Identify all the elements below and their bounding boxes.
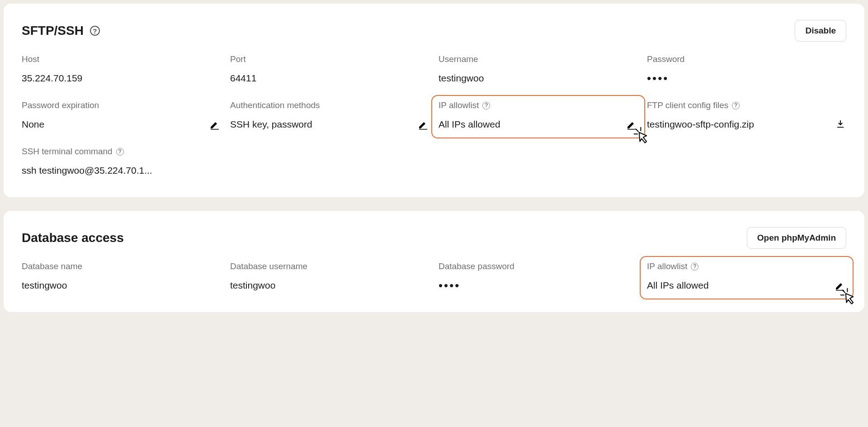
db-password-value: •••• (439, 280, 638, 291)
ssh-command-label-row: SSH terminal command ? (22, 147, 221, 157)
db-password-field: Database password •••• (439, 261, 638, 292)
help-icon[interactable]: ? (116, 148, 124, 156)
host-label: Host (22, 54, 221, 64)
db-header: Database access Open phpMyAdmin (22, 227, 846, 249)
sftp-header: SFTP/SSH ? Disable (22, 20, 846, 42)
port-field: Port 64411 (230, 54, 429, 85)
password-label: Password (647, 54, 846, 64)
open-phpmyadmin-button[interactable]: Open phpMyAdmin (747, 227, 846, 249)
db-name-field: Database name testingwoo (22, 261, 221, 292)
auth-methods-label: Authentication methods (230, 100, 429, 110)
auth-methods-value: SSH key, password (230, 119, 412, 130)
ftp-config-label-row: FTP client config files ? (647, 100, 846, 110)
pw-expiration-label: Password expiration (22, 100, 221, 110)
ssh-command-value: ssh testingwoo@35.224.70.1... (22, 165, 221, 176)
pencil-icon (626, 119, 637, 130)
host-value: 35.224.70.159 (22, 73, 221, 84)
db-name-label: Database name (22, 261, 221, 271)
sftp-grid: Host 35.224.70.159 Port 64411 Username t… (22, 54, 846, 177)
edit-sftp-ip-button[interactable] (625, 118, 638, 131)
db-username-label: Database username (230, 261, 429, 271)
username-value: testingwoo (439, 73, 638, 84)
db-ip-label: IP allowlist (647, 261, 687, 271)
port-label: Port (230, 54, 429, 64)
ssh-command-label: SSH terminal command (22, 147, 113, 157)
username-label: Username (439, 54, 638, 64)
help-icon[interactable]: ? (691, 263, 698, 270)
sftp-ip-allowlist-field: IP allowlist ? All IPs allowed (439, 100, 638, 131)
password-field: Password •••• (647, 54, 846, 85)
db-ip-label-row: IP allowlist ? (647, 261, 846, 271)
download-icon (835, 119, 845, 129)
host-field: Host 35.224.70.159 (22, 54, 221, 85)
download-ftp-config-button[interactable] (835, 119, 846, 130)
ftp-config-value: testingwoo-sftp-config.zip (647, 119, 830, 130)
pencil-icon (835, 280, 845, 291)
db-username-value: testingwoo (230, 280, 429, 291)
auth-methods-field: Authentication methods SSH key, password (230, 100, 429, 131)
edit-pw-expiration-button[interactable] (208, 118, 221, 131)
sftp-ip-label: IP allowlist (439, 100, 479, 110)
db-grid: Database name testingwoo Database userna… (22, 261, 846, 292)
ftp-config-label: FTP client config files (647, 100, 728, 110)
db-username-field: Database username testingwoo (230, 261, 429, 292)
edit-auth-methods-button[interactable] (417, 118, 429, 131)
pw-expiration-field: Password expiration None (22, 100, 221, 131)
db-title: Database access (22, 231, 124, 245)
edit-db-ip-button[interactable] (834, 279, 846, 292)
sftp-ip-value: All IPs allowed (439, 119, 621, 130)
db-ip-value: All IPs allowed (647, 280, 829, 291)
pencil-icon (418, 119, 429, 130)
help-icon[interactable]: ? (732, 102, 740, 109)
pw-expiration-value: None (22, 119, 204, 130)
db-password-label: Database password (439, 261, 638, 271)
sftp-title: SFTP/SSH (22, 24, 84, 38)
sftp-ip-highlight: IP allowlist ? All IPs allowed (431, 95, 645, 138)
sftp-ip-label-row: IP allowlist ? (439, 100, 638, 110)
username-field: Username testingwoo (439, 54, 638, 85)
db-ip-allowlist-field: IP allowlist ? All IPs allowed (647, 261, 846, 292)
db-name-value: testingwoo (22, 280, 221, 291)
sftp-title-row: SFTP/SSH ? (22, 24, 100, 38)
sftp-ssh-card: SFTP/SSH ? Disable Host 35.224.70.159 Po… (4, 4, 864, 197)
pencil-icon (209, 119, 220, 130)
help-icon[interactable]: ? (90, 26, 100, 36)
password-value: •••• (647, 72, 846, 84)
db-ip-highlight: IP allowlist ? All IPs allowed (640, 256, 854, 299)
help-icon[interactable]: ? (482, 102, 490, 109)
database-access-card: Database access Open phpMyAdmin Database… (4, 211, 864, 312)
port-value: 64411 (230, 73, 429, 84)
ftp-config-field: FTP client config files ? testingwoo-sft… (647, 100, 846, 131)
ssh-command-field: SSH terminal command ? ssh testingwoo@35… (22, 147, 221, 177)
disable-button[interactable]: Disable (795, 20, 846, 42)
